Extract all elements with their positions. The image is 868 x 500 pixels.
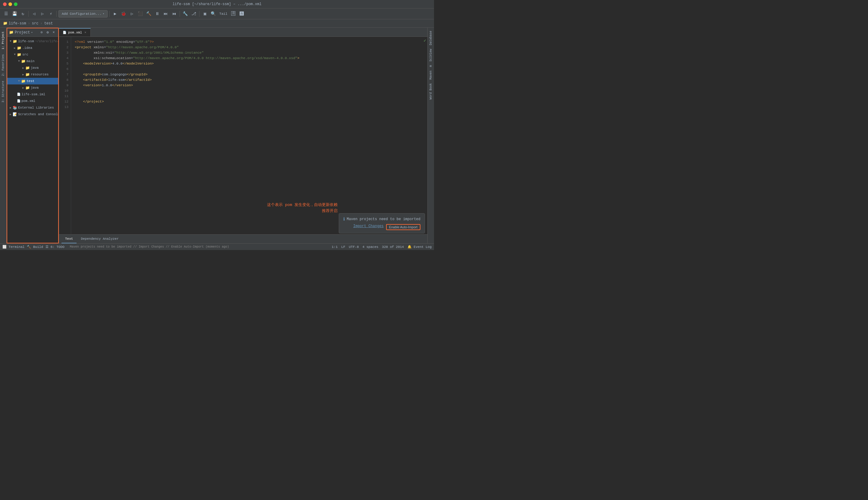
tail-label[interactable]: Tail: [218, 12, 229, 16]
code-editor: 12345 678910 111213 <?xml version="1.0" …: [59, 37, 427, 234]
close-button[interactable]: [3, 2, 7, 6]
wrench-icon[interactable]: 🔧: [182, 10, 189, 18]
notif-message: Maven projects need to be imported: [347, 217, 420, 221]
tree-item-pom[interactable]: 📄 pom.xml: [7, 98, 58, 104]
step2-icon[interactable]: ⏮: [171, 10, 178, 18]
add-config-button[interactable]: Add Configuration... ▾: [58, 10, 107, 18]
git-icon[interactable]: ⎇: [190, 10, 197, 18]
layout-icon[interactable]: ▣: [201, 10, 209, 18]
line-ending[interactable]: LF: [341, 245, 345, 249]
locate-icon[interactable]: ⊙: [39, 30, 44, 35]
separator-2: [56, 11, 57, 17]
build-button[interactable]: 🔨 Build: [27, 245, 43, 249]
tree-item-test[interactable]: ▼ 📁 test: [7, 78, 58, 84]
code-line-8: <artifactId>life-ssm</artifactId>: [75, 77, 424, 83]
title-bar: life-ssm [~/share/life-ssm] – .../pom.xm…: [0, 0, 434, 9]
library-icon: 📚: [13, 105, 17, 110]
sync-icon[interactable]: ↻: [19, 10, 26, 18]
indent-setting[interactable]: 4 spaces: [362, 245, 379, 249]
run-icon[interactable]: ▶: [112, 10, 119, 18]
annotation-line1: 这个表示 pom 发生变化，自动更新依赖: [267, 202, 338, 208]
breadcrumb-test[interactable]: test: [44, 21, 53, 26]
code-line-4: xsi:schemaLocation="http://maven.apache.…: [75, 56, 424, 61]
tree-label-ext-libs: External Libraries: [18, 106, 54, 110]
tree-label-iml: life-ssm.iml: [21, 93, 45, 96]
favorites-side-tab[interactable]: 2: Favorites: [0, 52, 6, 78]
folder-blue-icon: 📁: [25, 72, 30, 77]
breadcrumb-project[interactable]: 📁 life-ssm: [3, 21, 26, 26]
database-side-tab[interactable]: Database: [428, 29, 433, 47]
code-line-3: xmlns:xsi="http://www.w3.org/2001/XMLSch…: [75, 50, 424, 56]
folder-icon: 📁: [9, 30, 14, 35]
stop-icon[interactable]: ⬛: [137, 10, 144, 18]
left-side-tabs: 1: Project 2: Favorites 3: Structure: [0, 28, 7, 243]
separator-5: [199, 11, 199, 17]
breadcrumb-test-label: test: [44, 21, 53, 26]
pom-xml-tab[interactable]: 📄 pom.xml ×: [59, 28, 91, 36]
chevron-down-icon[interactable]: ▾: [31, 31, 33, 34]
build-icon[interactable]: 🔨: [145, 10, 152, 18]
code-content[interactable]: <?xml version="1.0" encoding="UTF-8"?> <…: [71, 37, 427, 234]
right-side-tabs: Database SciView m Maven Word Book: [427, 28, 434, 243]
tree-item-iml[interactable]: 📄 life-ssm.iml: [7, 91, 58, 98]
encoding[interactable]: UTF-8: [349, 245, 359, 249]
wordbook-side-tab[interactable]: Word Book: [428, 81, 433, 101]
tree-item-scratches[interactable]: ▶ 📝 Scratches and Consoles: [7, 111, 58, 117]
pause-icon[interactable]: ⏸: [154, 10, 161, 18]
tree-item-idea[interactable]: ▶ 📁 .idea: [7, 45, 58, 51]
code-line-13: [75, 104, 424, 110]
toolbar: ☰ 💾 ↻ ◁ ▷ ⚡ Add Configuration... ▾ ▶ 🐞 ▷…: [0, 9, 434, 19]
tree-item-resources[interactable]: ▶ 📁 resources: [7, 71, 58, 78]
tree-item-ext-libs[interactable]: ▶ 📚 External Libraries: [7, 104, 58, 111]
expand-arrow: ▶: [21, 73, 25, 76]
tab-text[interactable]: Text: [61, 235, 77, 243]
add-config-label: Add Configuration...: [62, 12, 102, 16]
tree-item-root[interactable]: ▼ 📁 life-ssm ~/share/life-ssm: [7, 38, 58, 45]
enable-auto-import-button[interactable]: Enable Auto-Import: [386, 224, 420, 230]
code-line-1: <?xml version="1.0" encoding="UTF-8"?>: [75, 39, 424, 45]
maximize-button[interactable]: [14, 2, 18, 6]
translate-icon1[interactable]: 🈷: [230, 10, 237, 18]
step-icon[interactable]: ⏭: [162, 10, 170, 18]
forward-icon[interactable]: ▷: [39, 10, 46, 18]
tree-item-java2[interactable]: ▶ 📁 java: [7, 84, 58, 91]
translate-icon2[interactable]: 🅰: [238, 10, 245, 18]
folder-icon: 📁: [17, 53, 21, 57]
code-line-9: <version>1.0.0</version>: [75, 83, 424, 88]
maven-side-tab[interactable]: Maven: [428, 69, 433, 81]
project-side-tab[interactable]: 1: Project: [0, 29, 6, 52]
event-log-button[interactable]: 🔔 Event Log: [407, 245, 431, 249]
sciview-side-tab[interactable]: SciView: [428, 47, 433, 63]
m-side-tab[interactable]: m: [428, 63, 433, 69]
tree-item-main[interactable]: ▼ 📁 main: [7, 58, 58, 65]
gear-icon[interactable]: ⚙: [45, 30, 50, 35]
xml-tab-icon: 📄: [63, 31, 66, 34]
terminal-button[interactable]: ⬜ Terminal: [2, 245, 24, 249]
breadcrumb: 📁 life-ssm › src › test: [0, 19, 434, 28]
traffic-lights[interactable]: [3, 2, 18, 6]
check-mark-icon: ✓: [424, 38, 426, 43]
tab-close-button[interactable]: ×: [84, 31, 87, 35]
tree-label-java2: java: [31, 86, 38, 90]
search-icon[interactable]: 🔍: [210, 10, 217, 18]
editor-tab-bar: 📄 pom.xml ×: [59, 28, 427, 37]
minimize-button[interactable]: [9, 2, 12, 6]
run2-icon[interactable]: ▷: [128, 10, 136, 18]
breadcrumb-src[interactable]: src: [32, 21, 38, 26]
todo-button[interactable]: ☰ 6: TODO: [46, 245, 65, 249]
close-panel-icon[interactable]: ×: [51, 30, 56, 35]
tree-item-java[interactable]: ▶ 📁 java: [7, 65, 58, 71]
cursor-position[interactable]: 1:1: [332, 245, 338, 249]
menu-icon[interactable]: ☰: [2, 10, 10, 18]
folder-icon: 📁: [3, 21, 8, 26]
tab-dependency[interactable]: Dependency Analyzer: [77, 235, 122, 243]
action-icon[interactable]: ⚡: [47, 10, 55, 18]
tree-item-src[interactable]: ▼ 📁 src: [7, 51, 58, 58]
back-icon[interactable]: ◁: [31, 10, 38, 18]
import-changes-link[interactable]: Import Changes: [353, 224, 384, 230]
debug-icon[interactable]: 🐞: [120, 10, 127, 18]
structure-side-tab[interactable]: 3: Structure: [0, 78, 6, 105]
code-line-6: [75, 66, 424, 72]
folder-icon: 📁: [21, 59, 26, 64]
save-icon[interactable]: 💾: [11, 10, 18, 18]
